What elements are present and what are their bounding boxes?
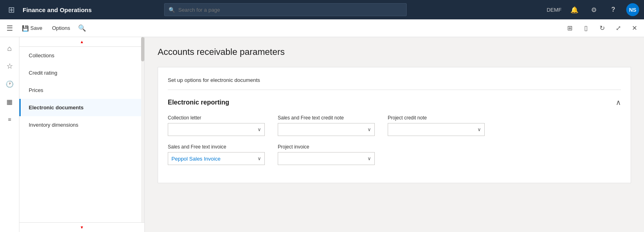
content-card: Set up options for electronic documents …	[158, 67, 631, 183]
apps-menu-button[interactable]: ⊞	[5, 3, 18, 16]
modules-icon-button[interactable]: ≡	[2, 111, 18, 127]
workspaces-icon-button[interactable]: ▦	[2, 94, 18, 110]
nav-toggle-button[interactable]: ☰	[3, 22, 16, 35]
nav-item-prices[interactable]: Prices	[19, 82, 144, 99]
collection-letter-select[interactable]: ∨	[168, 123, 265, 136]
project-invoice-group: Project invoice ∨	[278, 144, 375, 165]
sidebar-icon-panel: ⌂ ☆ 🕐 ▦ ≡	[0, 37, 19, 232]
nav-right-controls: DEMF 🔔 ⚙ ? NS	[547, 3, 639, 16]
settings-button[interactable]: ⚙	[587, 3, 600, 16]
sales-free-text-credit-note-select[interactable]: ∨	[278, 123, 375, 136]
expand-button[interactable]: ⤢	[612, 22, 625, 35]
nav-item-collections[interactable]: Collections	[19, 47, 144, 64]
scrollbar-track	[141, 37, 144, 222]
form-row-2: Sales and Free text invoice Peppol Sales…	[168, 144, 621, 165]
project-credit-note-group: Project credit note ∨	[388, 115, 485, 136]
sales-free-text-credit-note-chevron: ∨	[367, 127, 371, 132]
project-invoice-chevron: ∨	[367, 156, 371, 161]
collection-letter-chevron: ∨	[258, 127, 261, 132]
customize-button[interactable]: ⊞	[563, 22, 576, 35]
sales-free-text-invoice-group: Sales and Free text invoice Peppol Sales…	[168, 144, 265, 165]
section-header: Electronic reporting ∧	[168, 98, 621, 107]
nav-item-inventory-dimensions[interactable]: Inventory dimensions	[19, 116, 144, 134]
refresh-button[interactable]: ↻	[595, 22, 608, 35]
home-icon-button[interactable]: ⌂	[2, 40, 18, 56]
top-navigation: ⊞ Finance and Operations 🔍 DEMF 🔔 ⚙ ? NS	[0, 0, 644, 19]
save-icon: 💾	[22, 25, 29, 31]
save-button[interactable]: 💾 Save	[18, 23, 46, 33]
user-avatar[interactable]: NS	[626, 3, 639, 16]
scroll-up-button[interactable]: ▲	[19, 37, 144, 47]
project-invoice-label: Project invoice	[278, 144, 375, 150]
scroll-down-button[interactable]: ▼	[19, 222, 144, 232]
sales-free-text-invoice-chevron: ∨	[258, 156, 261, 161]
scrollbar-thumb[interactable]	[141, 37, 144, 61]
project-invoice-select[interactable]: ∨	[278, 152, 375, 165]
help-button[interactable]: ?	[607, 3, 620, 16]
recent-icon-button[interactable]: 🕐	[2, 76, 18, 92]
sales-free-text-invoice-select[interactable]: Peppol Sales Invoice ∨	[168, 152, 265, 165]
collection-letter-group: Collection letter ∨	[168, 115, 265, 136]
section-collapse-button[interactable]: ∧	[616, 98, 621, 107]
nav-scroll-area: ▲ Collections Credit rating Prices Elect…	[19, 37, 144, 222]
notifications-button[interactable]: 🔔	[568, 3, 581, 16]
app-title: Finance and Operations	[23, 6, 92, 13]
project-credit-note-chevron: ∨	[477, 127, 481, 132]
nav-item-credit-rating[interactable]: Credit rating	[19, 64, 144, 82]
search-icon: 🔍	[169, 7, 175, 13]
options-button[interactable]: Options	[48, 23, 74, 33]
split-view-button[interactable]: ▯	[579, 22, 592, 35]
collection-letter-label: Collection letter	[168, 115, 265, 121]
global-search[interactable]: 🔍	[164, 3, 407, 16]
project-credit-note-label: Project credit note	[388, 115, 485, 121]
sales-free-text-credit-note-group: Sales and Free text credit note ∨	[278, 115, 375, 136]
section-divider	[168, 90, 621, 90]
sales-free-text-invoice-value: Peppol Sales Invoice	[171, 156, 258, 162]
search-input[interactable]	[178, 7, 402, 13]
sales-free-text-credit-note-label: Sales and Free text credit note	[278, 115, 375, 121]
project-credit-note-select[interactable]: ∨	[388, 123, 485, 136]
search-bar-button[interactable]: 🔍	[76, 22, 89, 35]
content-area: Accounts receivable parameters Set up op…	[145, 37, 644, 232]
close-button[interactable]: ✕	[628, 22, 641, 35]
nav-item-electronic-documents[interactable]: Electronic documents	[19, 99, 144, 116]
action-bar-right: ⊞ ▯ ↻ ⤢ ✕	[563, 22, 641, 35]
company-label[interactable]: DEMF	[547, 7, 562, 13]
main-layout: ⌂ ☆ 🕐 ▦ ≡ ▲ Collections Credit rating Pr…	[0, 37, 644, 232]
left-nav-panel: ▲ Collections Credit rating Prices Elect…	[19, 37, 145, 232]
page-title: Accounts receivable parameters	[158, 47, 631, 57]
sales-free-text-invoice-label: Sales and Free text invoice	[168, 144, 265, 150]
form-row-1: Collection letter ∨ Sales and Free text …	[168, 115, 621, 136]
section-subtitle: Set up options for electronic documents	[168, 77, 621, 83]
section-title: Electronic reporting	[168, 99, 229, 106]
favorites-icon-button[interactable]: ☆	[2, 58, 18, 74]
action-bar: ☰ 💾 Save Options 🔍 ⊞ ▯ ↻ ⤢ ✕	[0, 19, 644, 37]
